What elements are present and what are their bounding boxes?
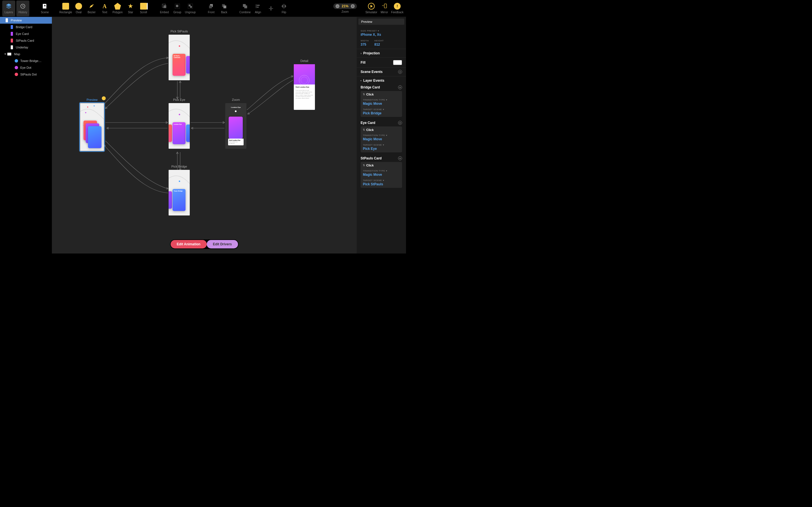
simulator-button[interactable]: Simulator (365, 1, 378, 16)
svg-rect-22 (284, 4, 284, 9)
star-tool[interactable]: ★Star (124, 1, 137, 16)
event-card[interactable]: Click TRANSITION TYPE ▾ Magic Move TARGE… (361, 91, 402, 117)
target-scene-dropdown[interactable]: Pick Bridge (363, 111, 400, 115)
transition-type-dropdown[interactable]: Magic Move (363, 173, 400, 177)
inspector-title[interactable]: Preview (358, 18, 404, 25)
zoom-value[interactable]: 21% (342, 4, 349, 8)
rectangle-tool[interactable]: Rectangle (59, 1, 72, 16)
scene-pick-eye[interactable]: Pick Eye London Eye (168, 98, 190, 149)
svg-rect-13 (209, 6, 212, 8)
event-card[interactable]: Click TRANSITION TYPE ▾ Magic Move TARGE… (361, 162, 402, 188)
text-tool[interactable]: AText (98, 1, 111, 16)
transition-type-dropdown[interactable]: Magic Move (363, 137, 400, 141)
layer-row-stpauls-card[interactable]: StPauls Card (0, 37, 52, 44)
scene-zoom[interactable]: Zoom London Eye Visit London Eye from a … (225, 98, 246, 149)
inspector-panel: Preview SIZE PRESET ▾ iPhone X, Xs WIDTH… (357, 17, 406, 253)
ungroup-button[interactable]: Ungroup (184, 1, 197, 16)
layer-row-map[interactable]: ▼Map (0, 51, 52, 57)
group-icon (174, 3, 181, 10)
add-event-stpauls[interactable]: + (398, 156, 402, 160)
scene-pick-stpauls[interactable]: Pick StPauls St Paul's Cathedral (168, 30, 190, 80)
event-card[interactable]: Click TRANSITION TYPE ▾ Magic Move TARGE… (361, 126, 402, 152)
width-input[interactable]: 375 (361, 43, 369, 47)
svg-point-25 (301, 77, 308, 83)
add-event-eye[interactable]: + (398, 121, 402, 125)
align-icon (255, 3, 261, 10)
toolbar: Layers History Scene Rectangle Oval Bezi… (0, 0, 406, 17)
feedback-icon: ! (394, 3, 401, 10)
layer-row-tower-bridge-dot[interactable]: Tower Bridge… (0, 57, 52, 64)
chevron-down-icon[interactable]: ▼ (4, 53, 7, 55)
polygon-icon (114, 3, 121, 10)
layer-row-stpauls-dot[interactable]: StPauls Dot (0, 71, 52, 78)
svg-rect-11 (190, 6, 192, 8)
svg-rect-19 (257, 5, 260, 6)
canvas[interactable]: Preview ⚡ Pick StPauls St Paul's Cathedr… (52, 17, 357, 253)
play-icon (368, 3, 375, 10)
add-event-bridge[interactable]: + (398, 86, 402, 89)
svg-rect-20 (257, 7, 259, 8)
projection-toggle[interactable]: ›Projection (361, 51, 402, 55)
edit-drivers-button[interactable]: Edit Drivers (207, 240, 238, 248)
polygon-tool[interactable]: Polygon (111, 1, 124, 16)
svg-point-24 (299, 75, 309, 84)
align-button[interactable]: Align (252, 1, 264, 16)
zoom-control: − 21% + Zoom (333, 1, 357, 16)
combine-button[interactable]: Combine (239, 1, 252, 16)
layers-panel: Preview Bridge Card Eye Card StPauls Car… (0, 17, 52, 253)
embed-button[interactable]: Embed (158, 1, 171, 16)
layer-row-eye-card[interactable]: Eye Card (0, 31, 52, 37)
chevron-down-icon: › (359, 80, 363, 81)
back-icon (221, 3, 227, 10)
pen-icon (88, 3, 95, 10)
oval-icon (75, 3, 82, 10)
add-scene-button[interactable]: Scene (38, 1, 51, 16)
edit-animation-button[interactable]: Edit Animation (170, 240, 207, 248)
svg-rect-15 (223, 6, 226, 8)
fill-color-chip[interactable] (393, 60, 402, 65)
lightning-icon: ⚡ (102, 96, 106, 100)
svg-point-4 (93, 4, 93, 5)
add-scene-event-button[interactable]: + (398, 70, 402, 74)
scene-pick-bridge[interactable]: Pick Bridge Tower Bridge (168, 165, 190, 216)
svg-rect-17 (245, 6, 247, 8)
size-preset-dropdown[interactable]: iPhone X, Xs (361, 33, 402, 37)
scroll-tool[interactable]: Scroll (137, 1, 150, 16)
front-button[interactable]: Front (205, 1, 218, 16)
flip-button[interactable]: Flip (277, 1, 290, 16)
zoom-out-button[interactable]: − (336, 4, 340, 8)
svg-rect-8 (176, 5, 178, 7)
svg-rect-3 (45, 5, 45, 6)
add-scene-icon (42, 3, 48, 10)
rectangle-icon (62, 3, 69, 10)
scene-detail[interactable]: Detail Visit London Eye Lorem ipsum dolo… (294, 59, 315, 110)
combine-icon (242, 3, 248, 10)
height-input[interactable]: 812 (374, 43, 384, 47)
ungroup-icon (187, 3, 194, 10)
layers-button[interactable]: Layers (2, 1, 15, 16)
svg-rect-18 (256, 4, 257, 8)
zoom-in-button[interactable]: + (351, 4, 355, 8)
transition-type-dropdown[interactable]: Magic Move (363, 102, 400, 106)
text-icon: A (101, 3, 108, 10)
group-button[interactable]: Group (171, 1, 184, 16)
layer-events-toggle[interactable]: ›Layer Events (361, 78, 402, 82)
scene-preview[interactable]: Preview ⚡ (80, 98, 104, 151)
layer-row-preview[interactable]: Preview (0, 17, 52, 24)
target-scene-dropdown[interactable]: Pick StPauls (363, 182, 400, 186)
feedback-button[interactable]: !Feedback (391, 1, 404, 16)
history-button[interactable]: History (16, 1, 29, 16)
layer-row-bridge-card[interactable]: Bridge Card (0, 24, 52, 31)
chevron-right-icon: › (361, 52, 361, 55)
layer-row-underlay[interactable]: Underlay (0, 44, 52, 51)
clock-icon (19, 3, 26, 10)
oval-tool[interactable]: Oval (72, 1, 85, 16)
svg-rect-6 (163, 5, 166, 8)
mirror-button[interactable]: Mirror (378, 1, 391, 16)
mirror-icon (381, 3, 388, 10)
back-button[interactable]: Back (218, 1, 231, 16)
target-scene-dropdown[interactable]: Pick Eye (363, 147, 400, 151)
layer-row-eye-dot[interactable]: Eye Dot (0, 64, 52, 71)
bezier-tool[interactable]: Bezier (85, 1, 98, 16)
align-v-button[interactable] (264, 1, 277, 16)
